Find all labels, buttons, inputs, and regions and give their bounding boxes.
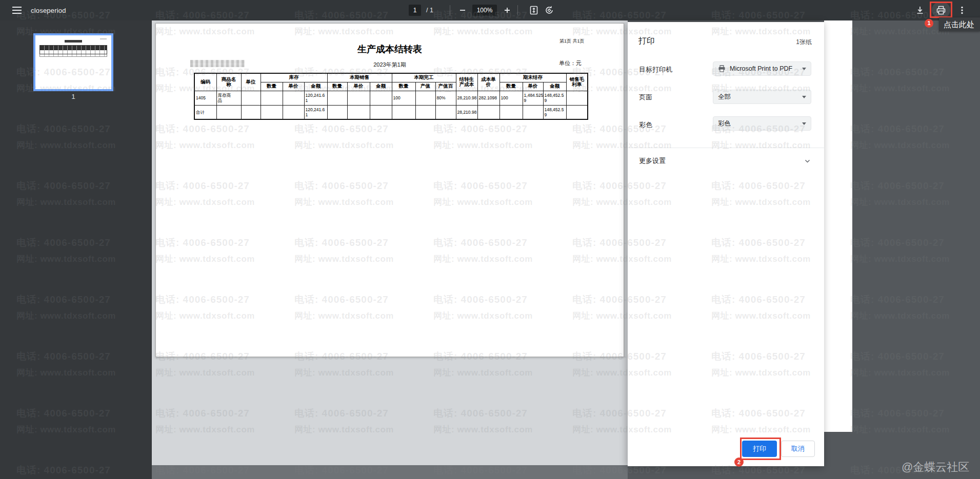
table-cell: [261, 91, 283, 105]
table-cell: 100: [392, 91, 415, 105]
table-cell: [566, 91, 588, 105]
table-cell: [241, 105, 261, 119]
col-subheader: 金额: [304, 82, 327, 91]
col-group-header: 本期销售: [327, 73, 392, 82]
col-subheader: 数量: [261, 82, 283, 91]
destination-select[interactable]: Microsoft Print to PDF: [713, 61, 811, 76]
table-cell: 合计: [194, 105, 216, 119]
col-subheader: 数量: [327, 82, 347, 91]
more-options-icon[interactable]: [957, 5, 967, 15]
col-subheader: 数量: [392, 82, 415, 91]
col-group-header: 本期完工: [392, 73, 456, 82]
download-icon[interactable]: [915, 5, 925, 15]
table-cell: [435, 105, 456, 119]
caret-down-icon: [802, 96, 806, 98]
thumbnail-page-number: 1: [33, 93, 113, 100]
pages-label: 页面: [639, 93, 652, 102]
page-count-label: / 1: [426, 7, 433, 14]
col-header: 编码: [194, 73, 216, 91]
table-cell: [283, 91, 304, 105]
col-header: 结转生 产成本: [456, 73, 477, 91]
step-2-badge: 2: [734, 457, 744, 467]
col-subheader: 产值百: [435, 82, 456, 91]
table-cell: [327, 91, 347, 105]
more-settings-label: 更多设置: [639, 156, 666, 165]
col-subheader: 金额: [370, 82, 392, 91]
color-value: 彩色: [718, 119, 799, 128]
fit-to-page-icon[interactable]: [529, 5, 539, 15]
thumbnail-pageinfo-mark: [100, 38, 107, 39]
col-subheader: 数量: [499, 82, 523, 91]
caret-down-icon: [802, 122, 806, 125]
table-cell: 148,452.5 9: [543, 91, 566, 105]
table-cell: 1405: [194, 91, 216, 105]
sheet-count-label: 1张纸: [796, 38, 812, 47]
table-cell: 28,210.98: [456, 91, 477, 105]
menu-icon[interactable]: [12, 7, 22, 14]
table-row: 合计120,241.6 128,210.98148,452.5 9: [194, 105, 588, 119]
toolbar-divider: [450, 5, 450, 15]
caret-down-icon: [802, 68, 806, 70]
table-cell: [241, 91, 261, 105]
table-cell: 148,452.5 9: [543, 105, 566, 119]
doc-title: 生产成本结转表: [156, 43, 624, 55]
table-cell: 120,241.6 1: [304, 105, 327, 119]
table-cell: 库存商 品: [216, 91, 241, 105]
zoom-out-icon[interactable]: [457, 5, 468, 15]
table-cell: [370, 105, 392, 119]
cancel-button[interactable]: 取消: [781, 441, 815, 457]
preview-bottom-strip: [152, 465, 628, 479]
color-label: 彩色: [639, 120, 652, 130]
table-cell: [566, 105, 588, 119]
zoom-level-value[interactable]: 100%: [472, 5, 497, 16]
col-header: 销售毛 利率: [566, 73, 588, 91]
page-number-input[interactable]: 1: [409, 5, 421, 16]
table-cell: [370, 91, 392, 105]
color-select[interactable]: 彩色: [713, 116, 811, 131]
pages-select[interactable]: 全部: [713, 90, 811, 104]
pdf-viewer-toolbar: closeperiod 1 / 1 100%: [0, 0, 980, 20]
col-subheader: 单价: [523, 82, 543, 91]
col-header: 成本单 价: [477, 73, 499, 91]
table-cell: [261, 105, 283, 119]
chevron-down-icon: [804, 158, 811, 164]
toolbar-divider: [517, 5, 518, 15]
table-cell: [216, 105, 241, 119]
print-dialog-title: 打印: [638, 36, 655, 47]
table-cell: 80%: [435, 91, 456, 105]
click-here-tooltip: 点击此处: [939, 17, 980, 31]
table-cell: 28,210.98: [456, 105, 477, 119]
zoom-in-icon[interactable]: [502, 5, 512, 15]
step-1-badge: 1: [925, 19, 933, 28]
doc-unit-label: 单位：元: [559, 59, 582, 67]
more-settings-row[interactable]: 更多设置: [628, 151, 824, 172]
table-cell: [283, 105, 304, 119]
document-title: closeperiod: [31, 7, 66, 14]
pages-value: 全部: [718, 93, 799, 101]
table-cell: [347, 105, 370, 119]
col-header: 商品名 称: [216, 73, 241, 91]
dimmed-background-strip: [628, 466, 824, 479]
table-cell: [392, 105, 415, 119]
rotate-icon[interactable]: [544, 5, 554, 15]
table-cell: [499, 105, 523, 119]
print-preview-pane: 第1页 共1页 生产成本结转表 2023年第1期 单位：元 编码 商品名 称 单…: [152, 20, 628, 465]
print-dialog: 打印 1张纸 目标打印机 Microsoft Print to PDF 页面 全…: [628, 22, 824, 466]
thumbnail-table-mark: [39, 45, 107, 54]
col-subheader: 产值: [415, 82, 435, 91]
col-subheader: 单价: [283, 82, 304, 91]
printer-icon: [718, 65, 726, 72]
dialog-divider: [628, 148, 824, 148]
col-group-header: 库存: [261, 73, 327, 82]
destination-label: 目标打印机: [639, 65, 672, 74]
table-cell: 282.1098: [477, 91, 499, 105]
table-cell: [477, 105, 499, 119]
doc-period: 2023年第1期: [156, 61, 624, 69]
col-group-header: 期末结存: [499, 73, 566, 82]
community-watermark: @金蝶云社区: [902, 460, 969, 475]
table-cell: [327, 105, 347, 119]
table-cell: [415, 105, 435, 119]
page-thumbnail[interactable]: [33, 33, 113, 91]
col-subheader: 单价: [347, 82, 370, 91]
thumbnail-title-mark: [65, 40, 82, 43]
